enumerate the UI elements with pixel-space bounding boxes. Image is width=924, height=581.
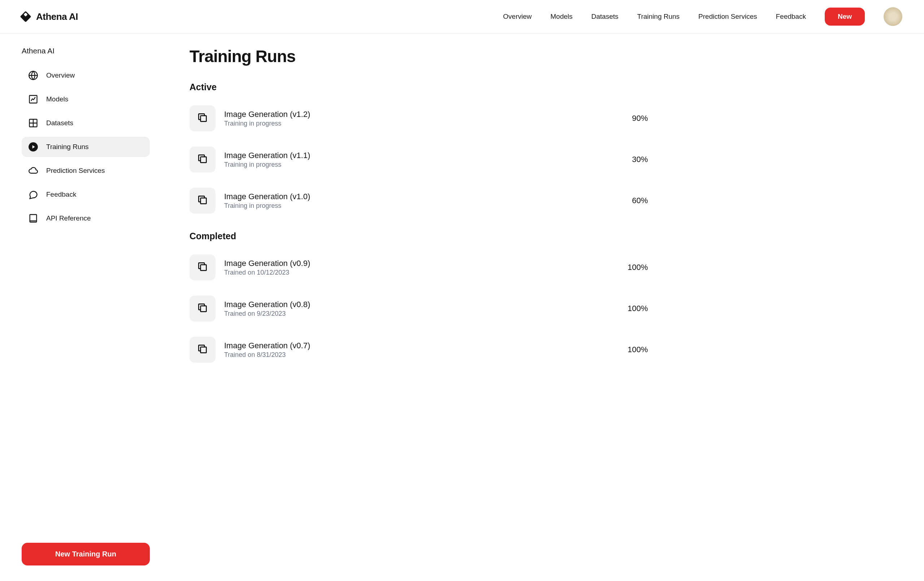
training-run-item[interactable]: Image Generation (v0.8) Trained on 9/23/… xyxy=(190,291,648,326)
chat-icon xyxy=(28,190,38,200)
sidebar-title: Athena AI xyxy=(21,46,150,55)
run-name: Image Generation (v1.2) xyxy=(224,110,623,119)
logo-icon xyxy=(20,11,31,22)
header: Athena AI Overview Models Datasets Train… xyxy=(0,0,924,33)
run-status: Training in progress xyxy=(224,202,623,210)
run-icon-box xyxy=(190,188,216,214)
content-wrapper: Athena AI Overview Models Datasets xyxy=(0,33,924,578)
logo-area[interactable]: Athena AI xyxy=(21,11,78,22)
new-button[interactable]: New xyxy=(825,8,865,26)
sidebar-item-datasets[interactable]: Datasets xyxy=(21,113,150,133)
sidebar-item-models[interactable]: Models xyxy=(21,89,150,109)
copy-icon xyxy=(197,261,208,274)
sidebar-item-label: API Reference xyxy=(46,215,91,222)
run-status: Trained on 9/23/2023 xyxy=(224,310,619,318)
sidebar-item-overview[interactable]: Overview xyxy=(21,65,150,86)
nav-datasets[interactable]: Datasets xyxy=(591,13,618,21)
sidebar-item-prediction-services[interactable]: Prediction Services xyxy=(21,160,150,181)
run-status: Trained on 8/31/2023 xyxy=(224,351,619,359)
run-status: Training in progress xyxy=(224,120,623,127)
grid-icon xyxy=(28,118,38,128)
run-info: Image Generation (v1.1) Training in prog… xyxy=(224,151,623,168)
svg-rect-6 xyxy=(201,157,206,163)
run-name: Image Generation (v0.8) xyxy=(224,300,619,309)
sidebar-item-training-runs[interactable]: Training Runs xyxy=(21,137,150,157)
run-icon-box xyxy=(190,337,216,363)
run-status: Trained on 10/12/2023 xyxy=(224,269,619,276)
run-name: Image Generation (v1.0) xyxy=(224,192,623,201)
section-title-completed: Completed xyxy=(190,231,648,241)
top-nav: Overview Models Datasets Training Runs P… xyxy=(503,7,903,26)
svg-rect-5 xyxy=(201,116,206,122)
sidebar-item-label: Models xyxy=(46,95,68,103)
run-info: Image Generation (v1.2) Training in prog… xyxy=(224,110,623,127)
svg-rect-10 xyxy=(201,347,206,353)
run-icon-box xyxy=(190,106,216,131)
globe-icon xyxy=(28,70,38,81)
nav-feedback[interactable]: Feedback xyxy=(776,13,805,21)
avatar[interactable] xyxy=(884,7,903,26)
copy-icon xyxy=(197,153,208,166)
copy-icon xyxy=(197,302,208,315)
training-run-item[interactable]: Image Generation (v1.0) Training in prog… xyxy=(190,183,648,218)
run-percent: 30% xyxy=(632,155,648,164)
completed-run-list: Image Generation (v0.9) Trained on 10/12… xyxy=(190,250,648,367)
run-icon-box xyxy=(190,147,216,172)
section-title-active: Active xyxy=(190,82,648,92)
chart-icon xyxy=(28,94,38,104)
run-info: Image Generation (v1.0) Training in prog… xyxy=(224,192,623,210)
run-info: Image Generation (v0.9) Trained on 10/12… xyxy=(224,259,619,276)
svg-rect-7 xyxy=(201,198,206,204)
nav-training-runs[interactable]: Training Runs xyxy=(637,13,680,21)
sidebar-item-label: Prediction Services xyxy=(46,167,105,175)
run-percent: 100% xyxy=(628,263,648,272)
nav-overview[interactable]: Overview xyxy=(503,13,532,21)
sidebar-item-label: Training Runs xyxy=(46,143,89,151)
copy-icon xyxy=(197,112,208,125)
book-icon xyxy=(28,213,38,223)
run-name: Image Generation (v0.9) xyxy=(224,259,619,268)
svg-rect-9 xyxy=(201,306,206,312)
main-content: Training Runs Active Image Generation (v… xyxy=(172,33,670,578)
sidebar-item-feedback[interactable]: Feedback xyxy=(21,185,150,205)
nav-models[interactable]: Models xyxy=(550,13,573,21)
logo-text: Athena AI xyxy=(36,11,78,22)
cloud-icon xyxy=(28,166,38,176)
run-info: Image Generation (v0.7) Trained on 8/31/… xyxy=(224,341,619,359)
training-run-item[interactable]: Image Generation (v1.1) Training in prog… xyxy=(190,142,648,177)
run-icon-box xyxy=(190,295,216,322)
run-name: Image Generation (v1.1) xyxy=(224,151,623,160)
run-percent: 90% xyxy=(632,114,648,123)
run-icon-box xyxy=(190,254,216,281)
training-run-item[interactable]: Image Generation (v0.9) Trained on 10/12… xyxy=(190,250,648,285)
run-percent: 100% xyxy=(628,304,648,313)
copy-icon xyxy=(197,343,208,356)
training-run-item[interactable]: Image Generation (v1.2) Training in prog… xyxy=(190,101,648,136)
page-title: Training Runs xyxy=(190,46,648,66)
active-run-list: Image Generation (v1.2) Training in prog… xyxy=(190,101,648,218)
new-training-run-button[interactable]: New Training Run xyxy=(21,543,150,566)
sidebar-item-api-reference[interactable]: API Reference xyxy=(21,208,150,228)
play-icon xyxy=(28,142,38,152)
run-status: Training in progress xyxy=(224,161,623,168)
nav-prediction-services[interactable]: Prediction Services xyxy=(698,13,757,21)
sidebar-item-label: Feedback xyxy=(46,191,76,198)
run-name: Image Generation (v0.7) xyxy=(224,341,619,350)
run-percent: 60% xyxy=(632,196,648,205)
copy-icon xyxy=(197,194,208,207)
svg-rect-8 xyxy=(201,265,206,271)
run-info: Image Generation (v0.8) Trained on 9/23/… xyxy=(224,300,619,318)
run-percent: 100% xyxy=(628,345,648,354)
sidebar: Athena AI Overview Models Datasets xyxy=(0,33,172,578)
sidebar-nav: Overview Models Datasets Training Runs xyxy=(21,65,150,543)
training-run-item[interactable]: Image Generation (v0.7) Trained on 8/31/… xyxy=(190,332,648,367)
sidebar-item-label: Datasets xyxy=(46,119,73,127)
sidebar-item-label: Overview xyxy=(46,71,75,79)
